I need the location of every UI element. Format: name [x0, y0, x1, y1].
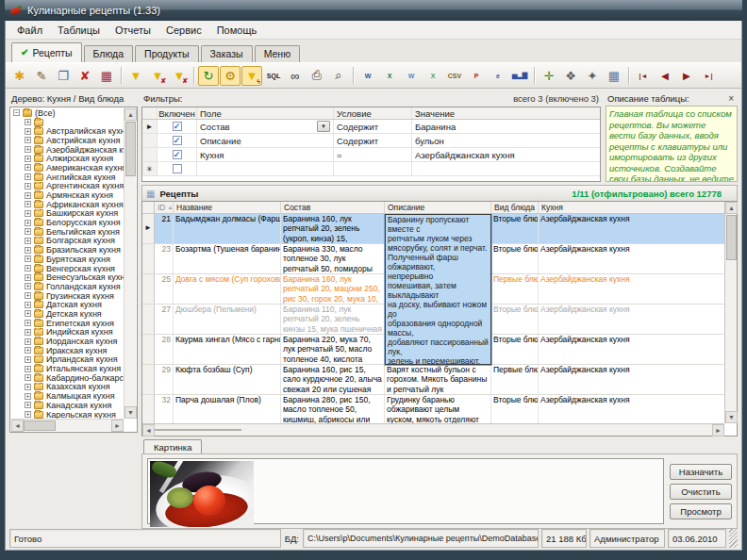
cell-vid[interactable]: Вторые блюда: [491, 305, 539, 334]
menu-item-Помощь[interactable]: Помощь: [209, 23, 265, 38]
scroll-left-icon[interactable]: ◄: [11, 420, 24, 432]
expand-icon[interactable]: +: [25, 356, 31, 363]
scroll-thumb[interactable]: [24, 420, 56, 431]
grid-col-Название[interactable]: Название: [174, 202, 281, 213]
expand-icon[interactable]: +: [25, 393, 31, 400]
edit-table-icon[interactable]: ▦: [604, 66, 624, 86]
cell-kuhnya[interactable]: Азербайджанская кухня: [539, 395, 724, 423]
collapse-icon[interactable]: −: [13, 109, 20, 116]
tree-item-Австралийская кухня[interactable]: +Австралийская кухня: [11, 126, 124, 136]
table-row[interactable]: 32Парча дошалая (Плов)Баранина 280, рис …: [142, 395, 724, 423]
tree-item-Калмыцкая кухня[interactable]: +Калмыцкая кухня: [11, 391, 124, 401]
cell-kuhnya[interactable]: Азербайджанская кухня: [539, 244, 724, 273]
tree-item-Кабардино-балкарская кухня[interactable]: +Кабардино-балкарская кухня: [11, 373, 124, 383]
export-word-icon[interactable]: W: [357, 66, 378, 86]
expand-icon[interactable]: +: [25, 384, 31, 390]
filter-field-cell[interactable]: Кухня: [197, 148, 334, 161]
tree-item-Казахская кухня[interactable]: +Казахская кухня: [11, 383, 124, 392]
filter-value-cell[interactable]: Баранина: [412, 120, 600, 133]
expand-icon[interactable]: +: [25, 366, 31, 372]
tree-item-Иракская кухня[interactable]: +Иракская кухня: [11, 346, 124, 355]
tree-horizontal-scrollbar[interactable]: ◄ ►: [11, 419, 124, 431]
cell-vid[interactable]: Первые блюда: [491, 365, 539, 394]
tree-item-Индийская кухня[interactable]: +Индийская кухня: [11, 328, 124, 338]
export-html-icon[interactable]: e: [488, 66, 508, 86]
filter-value-cell[interactable]: Азербайджанская кухня: [412, 148, 600, 161]
table-row[interactable]: 29Кюфта бозбаш (Суп)Баранина 160, рис 15…: [142, 365, 724, 395]
scroll-thumb[interactable]: [125, 122, 136, 176]
tree-item-Грузинская кухня[interactable]: +Грузинская кухня: [11, 291, 124, 301]
filter-add-icon[interactable]: ▼: [125, 66, 146, 86]
tree-item-Бразильская кухня[interactable]: +Бразильская кухня: [11, 245, 124, 255]
expand-icon[interactable]: +: [25, 320, 31, 326]
cell-name[interactable]: Каурма хингал (Мясо с гарниром): [174, 335, 281, 364]
search-icon[interactable]: ∞: [285, 66, 306, 86]
tree-item-Армянская кухня[interactable]: +Армянская кухня: [11, 190, 124, 200]
filter-condition-cell[interactable]: =: [334, 148, 412, 161]
add-record-icon[interactable]: ✱: [9, 66, 30, 86]
expand-icon[interactable]: +: [25, 220, 31, 226]
cell-vid[interactable]: Вторые блюда: [491, 395, 539, 423]
sql-icon[interactable]: SQL: [263, 66, 284, 86]
expand-icon[interactable]: +: [25, 156, 31, 162]
expand-icon[interactable]: +: [25, 283, 31, 289]
expand-icon[interactable]: +: [25, 119, 31, 125]
expand-icon[interactable]: +: [25, 402, 31, 408]
button-Очистить[interactable]: Очистить: [670, 484, 732, 500]
nav-prev-icon[interactable]: ◄: [655, 66, 675, 86]
expand-icon[interactable]: +: [25, 310, 31, 317]
export-chart-icon[interactable]: ▅▂▇: [509, 66, 530, 86]
scroll-right-icon[interactable]: ►: [111, 420, 124, 432]
expand-icon[interactable]: +: [25, 274, 31, 281]
cell-name[interactable]: Бадымджан долмасы (Фарширова: [174, 214, 281, 243]
tab-Меню[interactable]: Меню: [255, 45, 300, 62]
cell-name[interactable]: Дюшбера (Пельмени): [174, 305, 281, 334]
filter-enabled-cell[interactable]: ✓: [158, 134, 197, 147]
tree-item-Алжирская кухня[interactable]: +Алжирская кухня: [11, 154, 124, 163]
auto-filter-icon[interactable]: ▼ϟ: [241, 66, 262, 86]
tree-item-Итальянская кухня[interactable]: +Итальянская кухня: [11, 364, 124, 373]
cell-sostav[interactable]: Баранина 160, лук репчатый 20, мацони 25…: [281, 274, 385, 304]
tree-item-Белорусская кухня[interactable]: +Белорусская кухня: [11, 218, 124, 227]
grid-col-Состав[interactable]: Состав: [281, 202, 385, 213]
tree-item-Детская кухня[interactable]: +Детская кухня: [11, 309, 124, 319]
copy-record-icon[interactable]: ❐: [53, 66, 74, 86]
scroll-thumb[interactable]: [155, 429, 241, 431]
print-icon[interactable]: ⎙: [307, 66, 327, 86]
filter-delete-icon[interactable]: ▼✘: [147, 66, 168, 86]
expand-icon[interactable]: +: [25, 255, 31, 262]
filter-condition-cell[interactable]: Содержит: [334, 120, 412, 133]
filter-value-cell[interactable]: [412, 162, 600, 175]
resize-grip[interactable]: [729, 529, 738, 548]
cell-name[interactable]: Парча дошалая (Плов): [174, 395, 281, 423]
properties-icon[interactable]: ❖: [560, 66, 581, 86]
tree-item-Иорданская кухня[interactable]: +Иорданская кухня: [11, 337, 124, 346]
cell-vid[interactable]: Вторые блюда: [491, 214, 539, 243]
expand-icon[interactable]: +: [25, 137, 31, 143]
scroll-right-icon[interactable]: ►: [712, 424, 724, 436]
cell-kuhnya[interactable]: Азербайджанская кухня: [539, 305, 724, 334]
tree-item-Башкирская кухня[interactable]: +Башкирская кухня: [11, 209, 124, 219]
grid-vertical-scrollbar[interactable]: ▲ ▼: [724, 202, 737, 423]
grid-col-ID[interactable]: ID▲: [155, 202, 174, 213]
expand-icon[interactable]: +: [25, 238, 31, 244]
expand-icon[interactable]: +: [25, 374, 31, 381]
scroll-down-icon[interactable]: ▼: [124, 406, 137, 419]
expand-icon[interactable]: +: [25, 347, 31, 354]
tree-item-Датская кухня[interactable]: +Датская кухня: [11, 300, 124, 309]
export-rtf-icon[interactable]: W: [401, 66, 422, 86]
cell-kuhnya[interactable]: Азербайджанская кухня: [539, 335, 724, 364]
expand-icon[interactable]: +: [25, 228, 31, 235]
menu-item-Таблицы[interactable]: Таблицы: [50, 23, 108, 38]
filter-row[interactable]: ✓ОписаниеСодержитбульон: [142, 134, 600, 148]
expand-icon[interactable]: +: [25, 302, 31, 308]
chevron-down-icon[interactable]: ▼: [317, 121, 330, 132]
export-csv-icon[interactable]: CSV: [444, 66, 465, 86]
filter-condition-cell[interactable]: Содержит: [334, 134, 412, 147]
menu-item-Файл[interactable]: Файл: [9, 23, 50, 38]
tree-item-Африканская кухня[interactable]: +Африканская кухня: [11, 200, 124, 209]
expand-icon[interactable]: +: [25, 173, 31, 180]
scroll-up-icon[interactable]: ▲: [124, 108, 137, 121]
nav-next-icon[interactable]: ►: [676, 66, 697, 86]
cell-sostav[interactable]: Баранина 160, рис 15, сало курдючное 20,…: [281, 365, 385, 394]
